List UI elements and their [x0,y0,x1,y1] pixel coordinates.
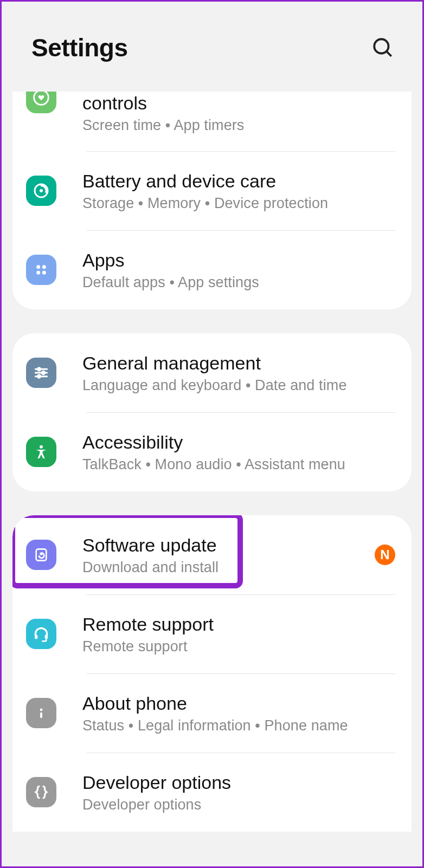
item-title: About phone [82,692,395,715]
accessibility-icon [26,437,56,467]
item-text: Battery and device careStorage • Memory … [82,170,395,212]
settings-group: Software updateDownload and installNRemo… [12,515,412,832]
header: Settings [2,2,422,94]
item-text: About phoneStatus • Legal information • … [82,692,395,734]
item-subtitle: Language and keyboard • Date and time [82,377,395,394]
storage-icon [26,176,56,206]
item-subtitle: Screen time • App timers [82,117,395,134]
update-icon [26,540,56,570]
item-subtitle: Default apps • App settings [82,274,395,291]
settings-item[interactable]: General managementLanguage and keyboard … [12,333,412,412]
sliders-icon [26,358,56,388]
settings-item[interactable]: Software updateDownload and installN [12,515,412,594]
notification-badge: N [375,545,395,565]
settings-item[interactable]: AccessibilityTalkBack • Mono audio • Ass… [12,412,412,491]
item-title: Developer options [82,771,395,794]
svg-point-14 [37,375,40,378]
svg-rect-18 [45,634,48,639]
item-title: General management [82,352,395,375]
svg-point-4 [40,189,43,192]
heart-circle-icon [26,92,56,113]
svg-rect-17 [35,634,37,639]
search-icon [371,36,394,59]
item-title: Software update [82,534,369,557]
headset-icon [26,619,56,649]
item-text: AccessibilityTalkBack • Mono audio • Ass… [82,431,395,473]
item-subtitle: TalkBack • Mono audio • Assistant menu [82,456,395,473]
item-title: Accessibility [82,431,395,454]
settings-item[interactable]: controlsScreen time • App timers [12,92,412,151]
svg-point-0 [374,39,388,53]
settings-item[interactable]: Remote supportRemote support [12,594,412,673]
svg-point-13 [42,371,44,374]
item-text: AppsDefault apps • App settings [82,249,395,291]
item-text: General managementLanguage and keyboard … [82,352,395,394]
svg-point-15 [40,445,43,449]
svg-point-5 [36,265,40,269]
svg-point-12 [37,368,40,371]
settings-group: controlsScreen time • App timersBattery … [12,92,412,309]
item-subtitle: Download and install [82,559,369,576]
svg-line-1 [387,51,391,56]
item-title: controls [82,92,395,115]
settings-item[interactable]: Battery and device careStorage • Memory … [12,151,412,230]
item-text: Remote supportRemote support [82,613,395,655]
svg-rect-21 [40,712,42,718]
settings-item[interactable]: Developer optionsDeveloper options [12,753,412,832]
settings-item[interactable]: AppsDefault apps • App settings [12,230,412,309]
item-subtitle: Developer options [82,796,395,813]
item-text: controlsScreen time • App timers [82,92,395,134]
item-title: Remote support [82,613,395,636]
item-text: Software updateDownload and install [82,534,369,576]
settings-item[interactable]: About phoneStatus • Legal information • … [12,673,412,753]
svg-point-20 [40,709,43,711]
settings-group: General managementLanguage and keyboard … [12,333,412,491]
page-title: Settings [31,33,127,62]
item-subtitle: Status • Legal information • Phone name [82,717,395,734]
svg-point-6 [42,265,46,269]
item-subtitle: Remote support [82,638,395,655]
svg-point-7 [36,271,40,275]
apps-icon [26,255,56,285]
item-title: Apps [82,249,395,272]
item-text: Developer optionsDeveloper options [82,771,395,813]
info-icon [26,698,56,728]
search-button[interactable] [370,35,395,60]
item-title: Battery and device care [82,170,395,193]
braces-icon [26,777,56,807]
svg-point-8 [42,271,46,275]
item-subtitle: Storage • Memory • Device protection [82,195,395,212]
